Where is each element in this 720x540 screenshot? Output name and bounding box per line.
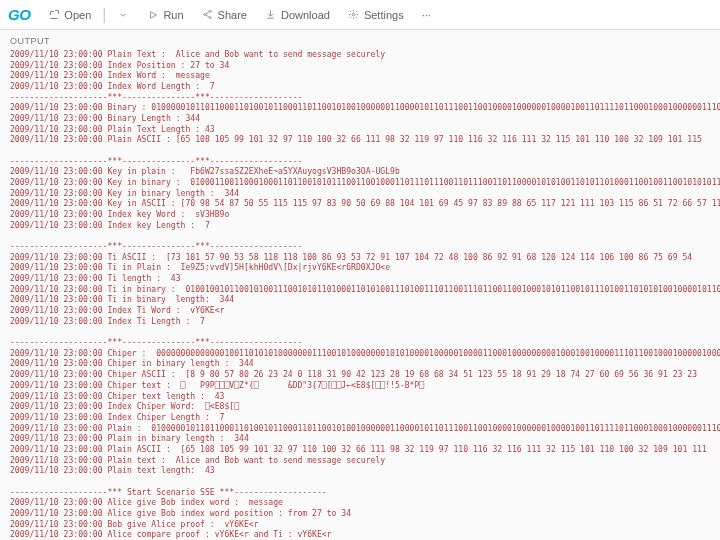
open-button[interactable]: Open [40, 7, 99, 23]
svg-marker-0 [151, 11, 157, 18]
share-icon [202, 9, 214, 21]
settings-button[interactable]: Settings [340, 7, 412, 23]
console-output: 2009/11/10 23:00:00 Plain Text : Alice a… [0, 49, 720, 540]
svg-point-2 [204, 14, 206, 16]
settings-label: Settings [364, 9, 404, 21]
open-icon [48, 9, 60, 21]
chevron-down-icon [117, 9, 129, 21]
download-icon [265, 9, 277, 21]
more-icon: ··· [422, 9, 431, 21]
share-button[interactable]: Share [194, 7, 255, 23]
share-label: Share [218, 9, 247, 21]
svg-point-1 [209, 10, 211, 12]
divider: | [101, 6, 107, 24]
output-header: OUTPUT [0, 30, 720, 49]
run-label: Run [163, 9, 183, 21]
open-label: Open [64, 9, 91, 21]
svg-point-4 [353, 13, 356, 16]
run-button[interactable]: Run [139, 7, 191, 23]
download-label: Download [281, 9, 330, 21]
gear-icon [348, 9, 360, 21]
go-logo: GO [6, 6, 38, 23]
more-button[interactable]: ··· [414, 7, 439, 23]
svg-point-3 [209, 17, 211, 19]
download-button[interactable]: Download [257, 7, 338, 23]
open-dropdown[interactable] [109, 7, 137, 23]
play-icon [147, 9, 159, 21]
top-toolbar: GO Open | Run Share Download Settings [0, 0, 720, 30]
